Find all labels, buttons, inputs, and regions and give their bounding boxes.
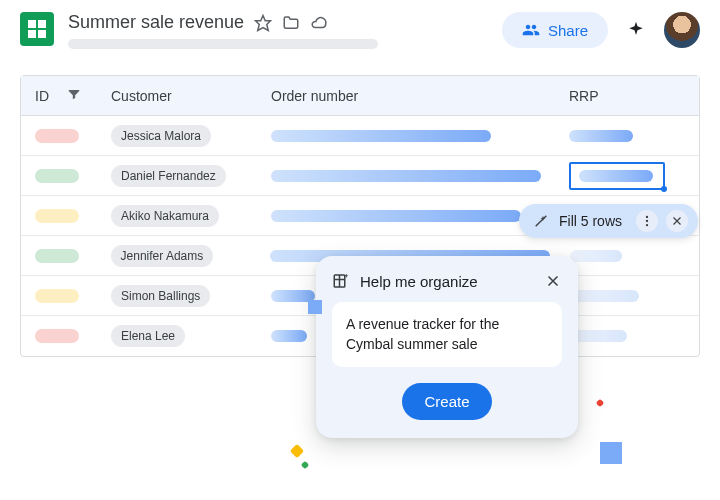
cloud-status-icon[interactable] (310, 14, 328, 32)
svg-marker-0 (256, 15, 271, 30)
rrp-value-placeholder (569, 290, 639, 302)
customer-chip[interactable]: Jessica Malora (111, 125, 211, 147)
more-options-icon[interactable] (636, 210, 658, 232)
table-row: Jessica Malora (21, 116, 699, 156)
customer-chip[interactable]: Akiko Nakamura (111, 205, 219, 227)
order-number-placeholder (271, 210, 521, 222)
rrp-value-placeholder (570, 250, 622, 262)
id-status-pill (35, 249, 79, 263)
table-row: Daniel Fernandez (21, 156, 699, 196)
order-number-placeholder (271, 130, 491, 142)
id-status-pill (35, 209, 79, 223)
id-status-pill (35, 169, 79, 183)
customer-chip[interactable]: Simon Ballings (111, 285, 210, 307)
svg-point-2 (646, 220, 648, 222)
magic-wand-icon (533, 213, 549, 229)
sparkle-decoration-icon (308, 300, 322, 314)
sparkle-decoration-icon (290, 444, 304, 458)
create-button-label: Create (424, 393, 469, 410)
customer-chip[interactable]: Jennifer Adams (111, 245, 214, 267)
menu-bar-placeholder (68, 39, 378, 49)
share-button-label: Share (548, 22, 588, 39)
id-status-pill (35, 129, 79, 143)
panel-prompt-input[interactable]: A revenue tracker for the Cymbal summer … (332, 302, 562, 367)
id-status-pill (35, 329, 79, 343)
header-bar: Summer sale revenue Share (0, 0, 720, 57)
id-status-pill (35, 289, 79, 303)
svg-point-1 (646, 216, 648, 218)
sparkle-decoration-icon (600, 442, 622, 464)
rrp-value-placeholder (579, 170, 653, 182)
selected-cell[interactable] (569, 162, 665, 190)
customer-chip[interactable]: Daniel Fernandez (111, 165, 226, 187)
column-header-id[interactable]: ID (35, 88, 49, 104)
sparkle-decoration-icon (301, 461, 309, 469)
customer-chip[interactable]: Elena Lee (111, 325, 185, 347)
order-number-placeholder (271, 330, 307, 342)
share-button[interactable]: Share (502, 12, 608, 48)
help-me-organize-panel: Help me organize A revenue tracker for t… (316, 256, 578, 438)
create-button[interactable]: Create (402, 383, 491, 420)
rrp-value-placeholder (569, 130, 633, 142)
gemini-icon[interactable] (626, 20, 646, 40)
table-header: ID Customer Order number RRP (21, 76, 699, 116)
account-avatar[interactable] (664, 12, 700, 48)
filter-icon[interactable] (67, 87, 81, 105)
table-sparkle-icon (332, 272, 350, 290)
document-title[interactable]: Summer sale revenue (68, 12, 244, 33)
sheets-logo (20, 12, 54, 46)
column-header-customer[interactable]: Customer (111, 88, 172, 104)
column-header-order[interactable]: Order number (271, 88, 358, 104)
svg-point-3 (646, 224, 648, 226)
sparkle-decoration-icon (596, 399, 604, 407)
move-folder-icon[interactable] (282, 14, 300, 32)
close-chip-icon[interactable] (666, 210, 688, 232)
panel-title: Help me organize (360, 273, 478, 290)
fill-rows-label: Fill 5 rows (559, 213, 622, 229)
fill-rows-chip[interactable]: Fill 5 rows (519, 204, 698, 238)
close-panel-icon[interactable] (544, 272, 562, 290)
column-header-rrp[interactable]: RRP (569, 88, 599, 104)
star-icon[interactable] (254, 14, 272, 32)
order-number-placeholder (271, 170, 541, 182)
